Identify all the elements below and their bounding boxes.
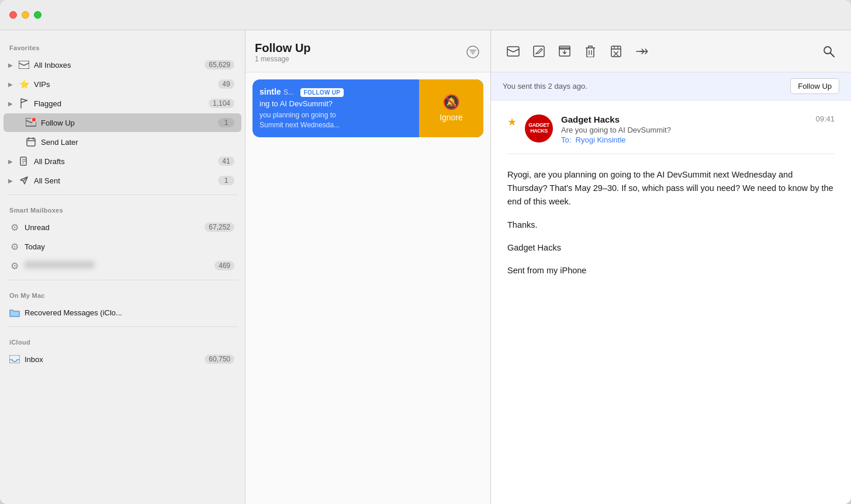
message-list: sintle S... FOLLOW UP ing to AI DevSummi…: [245, 72, 490, 504]
sidebar-item-follow-up[interactable]: Follow Up 1: [4, 113, 241, 132]
mailbox-title: Follow Up: [255, 41, 311, 55]
svg-rect-3: [27, 138, 35, 146]
search-button[interactable]: [818, 41, 839, 62]
followup-badge: FOLLOW UP: [300, 88, 344, 97]
sidebar-item-count: 67,252: [205, 223, 234, 232]
sidebar-item-count: 1,104: [209, 99, 234, 108]
favorites-header: Favorites: [0, 37, 245, 55]
vips-icon: ⭐: [18, 78, 30, 91]
sidebar-item-count: 60,750: [205, 354, 234, 364]
sidebar-item-all-sent[interactable]: ▶ All Sent 1: [4, 171, 241, 190]
followup-banner-text: You sent this 2 days ago.: [503, 82, 587, 91]
sidebar-item-all-inboxes[interactable]: ▶ All Inboxes 65,629: [4, 55, 241, 74]
svg-rect-0: [19, 61, 29, 69]
message-count: 1 message: [255, 55, 311, 63]
email-subject: Are you going to AI DevSummit?: [561, 126, 807, 134]
ignore-action[interactable]: 🔕 Ignore: [419, 79, 483, 137]
trash-button[interactable]: [580, 41, 601, 62]
avatar-text: GADGETHACKS: [528, 123, 549, 134]
sidebar-item-label: Flagged: [34, 99, 205, 108]
sidebar-item-send-later[interactable]: Send Later: [4, 133, 241, 151]
svg-point-12: [824, 47, 831, 54]
sidebar-item-label: Recovered Messages (iClo...: [25, 308, 234, 317]
sidebar-item-label: Today: [25, 242, 234, 251]
divider: [7, 326, 238, 327]
message-from: sintle: [260, 87, 281, 96]
blurred-gear-icon: ⚙: [8, 259, 21, 272]
body-paragraph-4: Sent from my iPhone: [507, 264, 835, 277]
svg-rect-7: [507, 47, 519, 56]
sidebar-item-label: All Drafts: [34, 157, 215, 166]
svg-rect-11: [611, 46, 621, 57]
sidebar-item-count: 1: [218, 118, 234, 127]
sender-name: Gadget Hacks: [561, 114, 807, 124]
minimize-button[interactable]: [22, 11, 29, 19]
divider: [7, 194, 238, 195]
arrow-icon: ▶: [8, 62, 13, 68]
junk-button[interactable]: [606, 41, 627, 62]
smart-mailboxes-header: Smart Mailboxes: [0, 200, 245, 217]
sidebar-item-flagged[interactable]: ▶ Flagged 1,104: [4, 94, 241, 113]
body-paragraph-1: Ryogi, are you planning on going to the …: [507, 168, 835, 209]
archive-button[interactable]: [554, 41, 575, 62]
filter-icon[interactable]: [465, 44, 481, 60]
sidebar-item-recovered[interactable]: Recovered Messages (iClo...: [4, 303, 241, 322]
sidebar-item-label: Inbox: [25, 355, 201, 364]
reply-button[interactable]: [503, 41, 524, 62]
today-gear-icon: ⚙: [8, 240, 21, 253]
sender-avatar: GADGETHACKS: [525, 114, 553, 142]
to-name: Ryogi Kinsintle: [576, 135, 626, 144]
arrow-icon: ▶: [8, 100, 13, 107]
svg-rect-8: [534, 46, 544, 57]
sidebar-item-label: VIPs: [34, 80, 215, 89]
sidebar-item-label: Unread: [25, 223, 201, 232]
icloud-header: iCloud: [0, 332, 245, 349]
sidebar: Favorites ▶ All Inboxes 65,629 ▶ ⭐ VIPs …: [0, 30, 245, 504]
arrow-icon: ▶: [8, 178, 13, 184]
body-paragraph-2: Thanks.: [507, 218, 835, 232]
unread-gear-icon: ⚙: [8, 221, 21, 234]
sidebar-item-count: 1: [218, 176, 234, 185]
compose-button[interactable]: [528, 41, 549, 62]
more-button[interactable]: [631, 41, 652, 62]
body-paragraph-3: Gadget Hacks: [507, 241, 835, 255]
arrow-icon: ▶: [8, 158, 13, 165]
on-my-mac-header: On My Mac: [0, 285, 245, 303]
arrow-icon: ▶: [8, 81, 13, 88]
sidebar-item-all-drafts[interactable]: ▶ All Drafts 41: [4, 152, 241, 171]
star-icon[interactable]: ★: [507, 116, 517, 128]
toolbar: [491, 30, 851, 72]
message-list-panel: Follow Up 1 message sintle: [245, 30, 491, 504]
email-body: Ryogi, are you planning on going to the …: [507, 168, 835, 277]
sidebar-item-unread[interactable]: ⚙ Unread 67,252: [4, 218, 241, 237]
sidebar-item-label: Follow Up: [41, 119, 215, 127]
sidebar-item-vips[interactable]: ▶ ⭐ VIPs 49: [4, 75, 241, 93]
email-header-info: Gadget Hacks Are you going to AI DevSumm…: [561, 114, 807, 144]
mute-icon: 🔕: [442, 94, 460, 110]
sidebar-item-count: 65,629: [205, 60, 234, 69]
followup-banner: You sent this 2 days ago. Follow Up: [491, 72, 851, 100]
follow-up-icon: [25, 116, 37, 129]
sidebar-item-today[interactable]: ⚙ Today: [4, 237, 241, 256]
svg-rect-5: [9, 355, 20, 363]
inbox-icon: [8, 353, 21, 366]
divider: [7, 280, 238, 280]
all-sent-icon: [18, 174, 30, 187]
followup-button[interactable]: Follow Up: [790, 78, 839, 94]
email-time: 09:41: [815, 114, 835, 123]
sidebar-item-blurred[interactable]: ⚙ 469: [4, 256, 241, 275]
sidebar-item-label: All Inboxes: [34, 61, 201, 69]
titlebar: [0, 0, 851, 30]
sidebar-item-label: All Sent: [34, 176, 215, 185]
main-content: Favorites ▶ All Inboxes 65,629 ▶ ⭐ VIPs …: [0, 30, 851, 504]
email-content: ★ GADGETHACKS Gadget Hacks Are you going…: [491, 100, 851, 504]
sidebar-item-inbox[interactable]: Inbox 60,750: [4, 350, 241, 369]
all-drafts-icon: [18, 155, 30, 168]
sidebar-item-count: 49: [218, 79, 234, 89]
close-button[interactable]: [9, 11, 17, 19]
sidebar-item-label: [25, 261, 211, 270]
send-later-icon: [25, 135, 37, 148]
email-to: To: Ryogi Kinsintle: [561, 135, 807, 144]
maximize-button[interactable]: [34, 11, 41, 19]
email-header: ★ GADGETHACKS Gadget Hacks Are you going…: [507, 114, 835, 154]
